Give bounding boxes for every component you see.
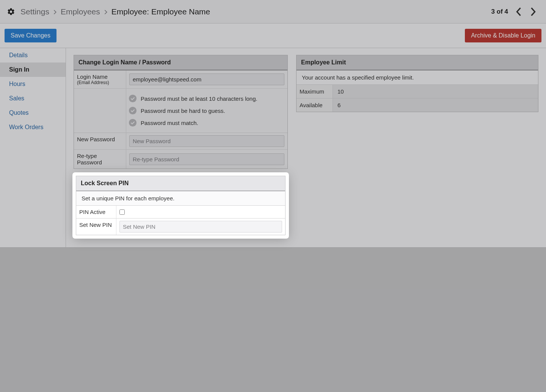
main-area: Details Sign In Hours Sales Quotes Work … — [0, 48, 546, 248]
limit-panel-note: Your account has a specified employee li… — [297, 70, 538, 85]
chevron-right-icon — [53, 8, 57, 15]
chevron-right-icon — [104, 8, 108, 15]
pager-position: 3 of 4 — [491, 8, 508, 16]
content-area: Change Login Name / Password Login Name … — [66, 48, 546, 247]
check-circle-icon — [129, 94, 137, 103]
action-bar: Save Changes Archive & Disable Login — [0, 23, 546, 48]
check-circle-icon — [129, 106, 137, 115]
pin-active-checkbox[interactable] — [119, 209, 125, 215]
password-rule: Password must be hard to guess. — [129, 105, 285, 117]
breadcrumb-bar: Settings Employees Employee: Employee Na… — [0, 0, 546, 23]
pager-next-button[interactable] — [527, 6, 539, 18]
breadcrumb-employees[interactable]: Employees — [61, 7, 100, 16]
archive-button[interactable]: Archive & Disable Login — [465, 29, 541, 42]
sidebar-item-sales[interactable]: Sales — [0, 91, 66, 106]
pin-panel-highlight: Lock Screen PIN Set a unique PIN for eac… — [74, 173, 288, 237]
login-panel: Change Login Name / Password Login Name … — [74, 55, 288, 169]
check-circle-icon — [129, 119, 137, 127]
record-pager: 3 of 4 — [491, 6, 539, 18]
new-password-label: New Password — [74, 133, 126, 149]
password-rule: Password must be at least 10 characters … — [129, 92, 285, 105]
sidebar-item-quotes[interactable]: Quotes — [0, 106, 66, 120]
gear-icon — [7, 8, 15, 16]
breadcrumb-employee-name: Employee Name — [151, 7, 210, 16]
limit-panel-title: Employee Limit — [297, 55, 538, 70]
sidebar: Details Sign In Hours Sales Quotes Work … — [0, 48, 66, 247]
set-pin-label: Set New PIN — [76, 219, 116, 235]
limit-panel: Employee Limit Your account has a specif… — [296, 55, 538, 112]
sidebar-item-hours[interactable]: Hours — [0, 77, 66, 91]
sidebar-item-details[interactable]: Details — [0, 48, 66, 62]
pin-panel-note: Set a unique PIN for each employee. — [76, 191, 285, 206]
login-name-label: Login Name (Email Address) — [74, 70, 126, 88]
limit-avail-value: 6 — [333, 98, 538, 112]
breadcrumb-settings[interactable]: Settings — [20, 7, 49, 16]
pager-prev-button[interactable] — [513, 6, 525, 18]
new-password-input[interactable] — [129, 135, 284, 147]
svg-point-1 — [129, 107, 136, 114]
limit-max-value: 10 — [333, 85, 538, 98]
set-pin-input[interactable] — [119, 221, 282, 233]
login-name-input[interactable] — [129, 73, 284, 85]
sidebar-item-workorders[interactable]: Work Orders — [0, 120, 66, 134]
retype-password-label: Re-type Password — [74, 150, 126, 169]
pin-panel-title: Lock Screen PIN — [76, 176, 285, 191]
login-panel-title: Change Login Name / Password — [74, 55, 287, 70]
svg-point-0 — [129, 95, 136, 102]
limit-max-label: Maximum — [297, 85, 333, 98]
retype-password-input[interactable] — [129, 153, 284, 165]
svg-point-2 — [129, 119, 136, 127]
save-button[interactable]: Save Changes — [5, 29, 56, 42]
limit-avail-label: Available — [297, 98, 333, 112]
password-rule: Password must match. — [129, 117, 285, 129]
pin-active-label: PIN Active — [76, 206, 116, 218]
breadcrumb-employee-label: Employee: — [111, 7, 149, 16]
sidebar-item-signin[interactable]: Sign In — [0, 62, 66, 77]
pin-panel: Lock Screen PIN Set a unique PIN for eac… — [76, 176, 286, 235]
